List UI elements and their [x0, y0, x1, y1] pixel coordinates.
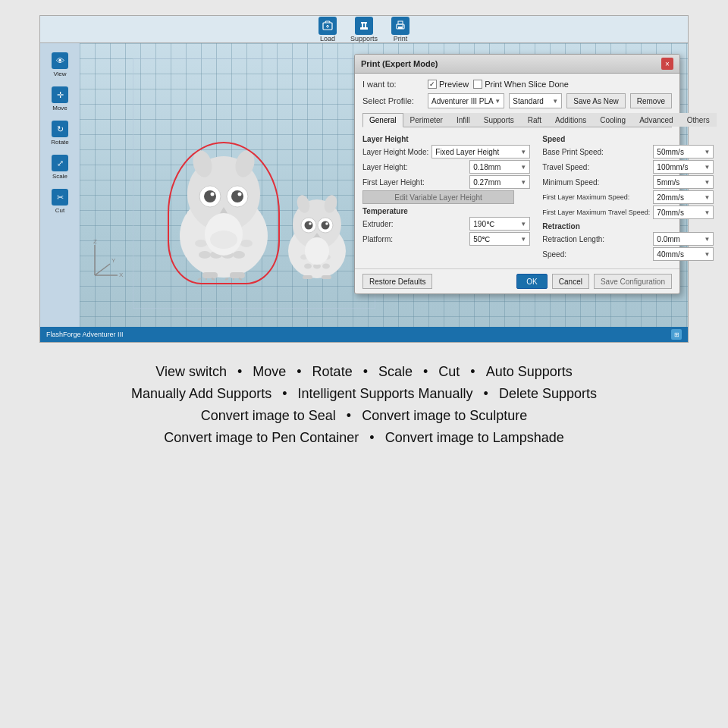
dialog-close-button[interactable]: ×: [661, 58, 673, 70]
scale-icon: ⤢: [52, 155, 68, 171]
label-auto-supports: Auto Supports: [486, 364, 573, 380]
extruder-row: Extruder: 190℃ ▼: [362, 217, 530, 231]
print-icon: [391, 17, 410, 35]
layer-mode-arrow: ▼: [520, 149, 526, 155]
tab-others[interactable]: Others: [680, 113, 717, 127]
ok-button[interactable]: OK: [516, 274, 547, 289]
move-tool[interactable]: ✛ Move: [43, 83, 77, 115]
first-layer-height-input[interactable]: 0.27mm ▼: [469, 175, 530, 189]
tab-advanced[interactable]: Advanced: [632, 113, 679, 127]
svg-line-62: [95, 264, 110, 275]
svg-rect-4: [361, 22, 367, 24]
axis-indicator: X Z Y: [87, 237, 125, 283]
status-icon: ⊞: [671, 329, 682, 340]
tab-raft[interactable]: Raft: [521, 113, 548, 127]
load-icon: [318, 17, 337, 35]
standard-dropdown-arrow: ▼: [552, 98, 558, 105]
retraction-section: Retraction: [542, 222, 714, 231]
labels-row-4: Convert image to Pen Container • Convert…: [39, 430, 689, 446]
minimum-speed-input[interactable]: 5mm/s ▼: [653, 175, 714, 189]
platform-input[interactable]: 50℃ ▼: [469, 232, 530, 246]
svg-point-56: [322, 264, 330, 269]
label-rotate: Rotate: [312, 364, 353, 380]
tab-infill[interactable]: Infill: [450, 113, 477, 127]
minimum-speed-row: Minimum Speed: 5mm/s ▼: [542, 175, 714, 189]
label-delete-supports: Delete Supports: [499, 386, 597, 402]
label-manually-add-supports: Manually Add Supports: [131, 386, 271, 402]
svg-rect-3: [365, 24, 366, 27]
label-scale: Scale: [378, 364, 413, 380]
scale-tool[interactable]: ⤢ Scale: [43, 152, 77, 183]
svg-rect-1: [360, 27, 368, 30]
load-button[interactable]: Load: [314, 17, 341, 42]
preview-checkbox-row: ✓ Preview: [428, 80, 469, 89]
i-want-to-row: I want to: ✓ Preview Print When Slice Do…: [362, 80, 672, 89]
svg-rect-57: [303, 275, 312, 279]
retraction-speed-row: Speed: 40mm/s ▼: [542, 247, 714, 261]
retraction-speed-input[interactable]: 40mm/s ▼: [653, 247, 714, 261]
supports-button[interactable]: Supports: [350, 17, 378, 42]
rotate-tool[interactable]: ↻ Rotate: [43, 118, 77, 149]
labels-row-3: Convert image to Seal • Convert image to…: [39, 408, 689, 424]
standard-select[interactable]: Standard ▼: [509, 93, 562, 108]
cut-icon: ✂: [52, 189, 68, 206]
base-print-speed-row: Base Print Speed: 50mm/s ▼: [542, 145, 714, 158]
tab-cooling[interactable]: Cooling: [593, 113, 632, 127]
svg-point-45: [305, 221, 313, 230]
travel-speed-input[interactable]: 100mm/s ▼: [653, 160, 714, 174]
owl-large-outline: [168, 142, 280, 284]
save-as-new-button[interactable]: Save As New: [566, 93, 625, 108]
viewport-toolbar: Load Supports: [40, 16, 688, 43]
svg-text:Z: Z: [93, 238, 97, 245]
first-layer-max-speed-input[interactable]: 20mm/s ▼: [653, 190, 714, 204]
svg-point-46: [322, 221, 330, 230]
save-configuration-button[interactable]: Save Configuration: [594, 274, 672, 289]
owl-large: [171, 145, 277, 281]
svg-point-8: [402, 25, 403, 27]
layer-height-input[interactable]: 0.18mm ▼: [469, 160, 530, 174]
cut-tool[interactable]: ✂ Cut: [43, 186, 77, 217]
svg-text:Y: Y: [111, 257, 116, 264]
profile-dropdown-arrow: ▼: [494, 98, 500, 105]
tab-supports[interactable]: Supports: [477, 113, 521, 127]
dialog-title: Print (Expert Mode): [361, 59, 438, 68]
base-print-speed-input[interactable]: 50mm/s ▼: [653, 145, 714, 158]
bullet-7: •: [484, 386, 488, 402]
bullet-2: •: [297, 364, 301, 380]
tab-additions[interactable]: Additions: [548, 113, 593, 127]
layer-height-mode-select[interactable]: Fixed Layer Height ▼: [431, 145, 530, 158]
supports-icon: [355, 17, 373, 35]
owl-small: [283, 190, 351, 281]
dialog-footer: Restore Defaults OK Cancel Save Configur…: [355, 268, 679, 293]
bullet-3: •: [363, 364, 368, 380]
rotate-icon: ↻: [52, 121, 68, 137]
profile-select[interactable]: Adventurer III PLA ▼: [428, 93, 504, 108]
print-button[interactable]: Print: [387, 17, 414, 42]
bullet-6: •: [282, 386, 287, 402]
first-layer-max-travel-input[interactable]: 70mm/s ▼: [653, 206, 714, 219]
cancel-button[interactable]: Cancel: [552, 274, 589, 289]
tab-general[interactable]: General: [362, 113, 403, 127]
bullet-8: •: [347, 408, 351, 424]
first-layer-max-speed-row: First Layer Maximum Speed: 20mm/s ▼: [542, 190, 714, 204]
remove-button[interactable]: Remove: [630, 93, 672, 108]
temperature-section: Temperature: [362, 207, 530, 215]
dialog-title-bar: Print (Expert Mode) ×: [355, 55, 679, 74]
status-text: FlashForge Adventurer III: [46, 331, 124, 338]
bullet-5: •: [470, 364, 475, 380]
svg-point-59: [305, 237, 329, 265]
labels-row-1: View switch • Move • Rotate • Scale • Cu…: [39, 364, 689, 380]
dialog-tabs: General Perimeter Infill Supports Raft A…: [362, 113, 672, 127]
label-view-switch: View switch: [155, 364, 227, 380]
extruder-input[interactable]: 190℃ ▼: [469, 217, 530, 231]
restore-defaults-button[interactable]: Restore Defaults: [362, 274, 432, 289]
view-tool[interactable]: 👁 View: [43, 49, 77, 80]
preview-checkbox[interactable]: ✓: [428, 80, 437, 89]
owl-group: [171, 145, 351, 281]
tab-perimeter[interactable]: Perimeter: [403, 113, 450, 127]
print-when-slice-checkbox[interactable]: [473, 80, 482, 89]
edit-variable-btn[interactable]: Edit Variable Layer Height: [362, 190, 514, 204]
status-bar: FlashForge Adventurer III ⊞: [40, 327, 688, 342]
label-convert-sculpture: Convert image to Sculpture: [362, 408, 527, 424]
retraction-length-input[interactable]: 0.0mm ▼: [653, 232, 714, 246]
